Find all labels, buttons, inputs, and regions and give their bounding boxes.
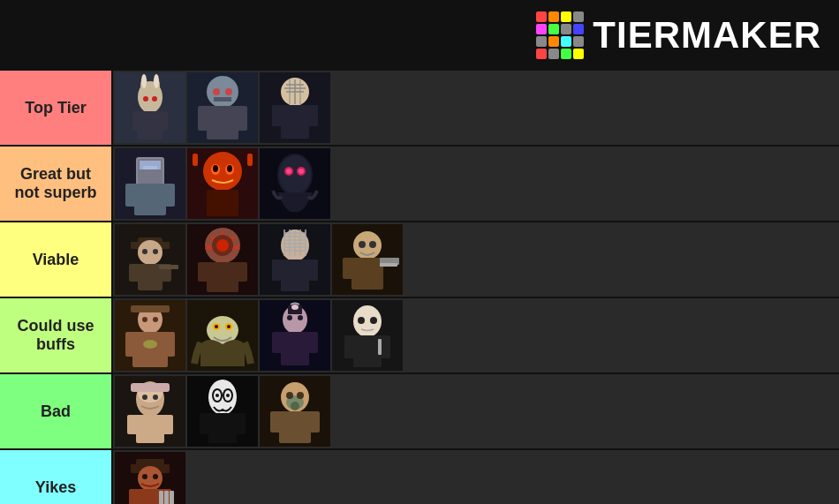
svg-point-6 xyxy=(143,96,148,102)
tier-row-top: Top Tier xyxy=(0,71,839,147)
svg-rect-126 xyxy=(378,339,382,355)
svg-rect-101 xyxy=(125,332,138,357)
svg-point-99 xyxy=(153,317,158,322)
list-item xyxy=(115,300,185,371)
svg-point-142 xyxy=(215,394,219,397)
tier-row-yikes: Yikes xyxy=(0,450,839,504)
svg-point-161 xyxy=(153,474,158,479)
svg-rect-94 xyxy=(380,263,397,267)
svg-rect-29 xyxy=(306,105,318,126)
svg-rect-167 xyxy=(170,491,174,504)
tier-row-could: Could use buffs xyxy=(0,298,839,374)
svg-point-109 xyxy=(227,325,231,328)
svg-rect-132 xyxy=(131,383,170,392)
svg-rect-91 xyxy=(351,258,383,290)
svg-point-42 xyxy=(213,165,218,172)
svg-rect-69 xyxy=(198,262,210,282)
svg-rect-27 xyxy=(281,105,309,139)
svg-point-53 xyxy=(299,169,304,174)
svg-rect-146 xyxy=(233,413,246,434)
svg-point-90 xyxy=(369,241,376,248)
tier-row-great: Great but not superb xyxy=(0,147,839,222)
svg-rect-154 xyxy=(270,411,283,433)
svg-point-89 xyxy=(359,241,366,248)
svg-point-17 xyxy=(225,88,232,95)
svg-point-43 xyxy=(227,165,232,172)
svg-rect-134 xyxy=(127,415,140,434)
svg-point-7 xyxy=(152,96,157,102)
tier-row-viable: Viable xyxy=(0,222,839,298)
tier-table: Top Tier xyxy=(0,71,839,504)
logo-grid xyxy=(536,11,584,59)
svg-rect-37 xyxy=(143,166,157,169)
svg-rect-36 xyxy=(163,184,175,207)
svg-rect-70 xyxy=(235,262,247,282)
svg-point-113 xyxy=(298,315,303,320)
tier-label-great: Great but not superb xyxy=(0,147,113,221)
svg-point-121 xyxy=(358,317,365,324)
svg-rect-46 xyxy=(207,190,238,216)
svg-rect-35 xyxy=(125,184,138,207)
svg-rect-124 xyxy=(344,335,357,358)
svg-rect-60 xyxy=(138,264,163,290)
svg-rect-45 xyxy=(247,154,253,166)
list-item xyxy=(187,300,258,371)
tier-items-viable xyxy=(113,222,839,297)
tier-items-could xyxy=(113,298,839,372)
svg-point-5 xyxy=(154,74,159,88)
svg-rect-44 xyxy=(193,154,198,166)
header: TIERMAKER xyxy=(0,0,839,71)
svg-point-16 xyxy=(213,88,220,95)
svg-rect-135 xyxy=(161,415,173,434)
list-item xyxy=(260,376,330,447)
svg-rect-133 xyxy=(136,415,164,443)
tier-label-could: Could use buffs xyxy=(0,298,113,372)
tier-row-bad: Bad xyxy=(0,374,839,450)
tier-label-viable: Viable xyxy=(0,222,113,297)
svg-rect-165 xyxy=(159,491,163,504)
svg-rect-9 xyxy=(132,111,141,131)
svg-point-4 xyxy=(141,74,147,88)
svg-rect-10 xyxy=(159,111,168,131)
svg-rect-163 xyxy=(129,489,141,504)
svg-point-57 xyxy=(138,240,163,265)
svg-rect-85 xyxy=(272,260,284,281)
tier-items-yikes xyxy=(113,450,839,504)
svg-point-151 xyxy=(286,392,293,399)
svg-point-67 xyxy=(216,239,229,252)
svg-point-143 xyxy=(226,394,230,397)
list-item xyxy=(260,300,330,371)
svg-rect-117 xyxy=(306,332,318,353)
svg-point-12 xyxy=(207,76,238,108)
svg-rect-145 xyxy=(200,413,212,434)
svg-rect-84 xyxy=(281,260,309,291)
svg-rect-68 xyxy=(207,262,238,292)
svg-rect-153 xyxy=(279,411,311,443)
svg-point-122 xyxy=(370,317,377,324)
svg-rect-8 xyxy=(138,111,163,139)
tier-items-great xyxy=(113,147,839,221)
list-item xyxy=(115,72,185,143)
tier-label-yikes: Yikes xyxy=(0,450,113,504)
svg-rect-144 xyxy=(208,413,237,443)
svg-point-160 xyxy=(142,474,147,479)
svg-point-112 xyxy=(287,315,292,320)
svg-point-58 xyxy=(142,249,147,254)
svg-rect-92 xyxy=(343,258,355,279)
tier-label-top: Top Tier xyxy=(0,71,113,145)
svg-point-120 xyxy=(353,305,382,337)
svg-rect-155 xyxy=(307,411,320,433)
tier-label-bad: Bad xyxy=(0,374,113,448)
svg-rect-15 xyxy=(235,106,247,131)
list-item xyxy=(260,148,330,219)
svg-rect-116 xyxy=(272,332,284,353)
tier-items-top xyxy=(113,71,839,145)
svg-rect-115 xyxy=(281,332,309,365)
svg-rect-34 xyxy=(134,184,166,215)
list-item xyxy=(115,224,185,295)
list-item xyxy=(187,376,258,447)
logo-text: TIERMAKER xyxy=(593,14,821,56)
list-item xyxy=(260,72,330,143)
svg-rect-14 xyxy=(198,106,210,131)
app-container: TIERMAKER Top Tier xyxy=(0,0,839,504)
